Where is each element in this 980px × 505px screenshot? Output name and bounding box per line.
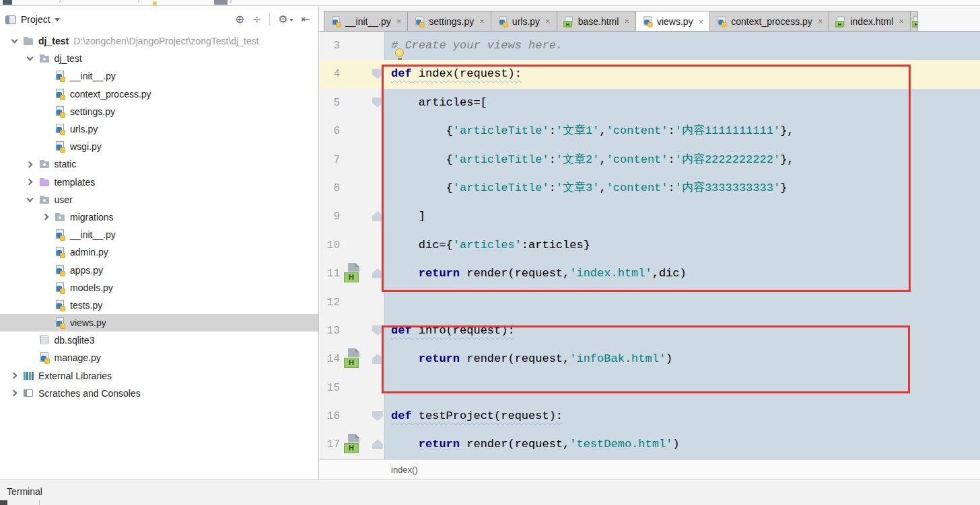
- templates-folder-icon: [39, 177, 50, 188]
- terminal-bar: Terminal: [0, 479, 980, 505]
- chevron-expanded-icon[interactable]: [27, 195, 34, 202]
- tree-item-static[interactable]: static: [0, 155, 318, 173]
- chevron-collapsed-icon[interactable]: [26, 161, 33, 167]
- related-template-gutter-icon[interactable]: H: [344, 434, 363, 455]
- code-line-8: 8 {'articleTitle':'文章3','content':'内容333…: [320, 174, 980, 202]
- tree-item-admin-py[interactable]: admin.py: [0, 243, 318, 261]
- editor[interactable]: 3# Create your views here.4def index(req…: [320, 32, 980, 459]
- tree-item--init-py[interactable]: __init__.py: [0, 67, 318, 85]
- project-tree[interactable]: dj_testD:\zongchen\DjangoProject\zongTes…: [0, 32, 318, 479]
- close-icon[interactable]: ×: [624, 17, 629, 26]
- locate-icon[interactable]: ⊕: [235, 14, 244, 25]
- chevron-collapsed-icon[interactable]: [10, 373, 17, 379]
- code-line-16: 16def testProject(request):: [320, 402, 980, 430]
- tree-item-dj-test[interactable]: dj_test: [0, 50, 318, 67]
- tree-item-scratches-and-consoles[interactable]: Scratches and Consoles: [0, 385, 318, 402]
- chevron-down-icon[interactable]: [55, 18, 60, 24]
- code-text: return render(request,'index.html',dic): [391, 260, 687, 288]
- chevron-collapsed-icon[interactable]: [42, 214, 48, 221]
- tree-item--init-py[interactable]: __init__.py: [0, 226, 318, 243]
- python-file-icon: [55, 89, 66, 100]
- related-template-gutter-icon[interactable]: H: [344, 263, 363, 284]
- editor-tab-index-html[interactable]: Hindex.html×: [829, 11, 910, 31]
- tree-item-urls-py[interactable]: urls.py: [0, 120, 318, 138]
- close-icon[interactable]: ×: [545, 17, 551, 26]
- tree-item-label: apps.py: [70, 265, 103, 276]
- settings-gear-icon[interactable]: ⚙: [278, 14, 293, 25]
- editor-tab-views-py[interactable]: views.py×: [635, 11, 710, 32]
- python-file-icon: [415, 16, 425, 26]
- tab-label: urls.py: [512, 16, 540, 27]
- scope-breadcrumb[interactable]: index(): [320, 459, 980, 479]
- fold-marker-icon[interactable]: [372, 211, 383, 221]
- close-icon[interactable]: ×: [899, 17, 904, 26]
- line-number: 14: [320, 345, 340, 373]
- hide-panel-icon[interactable]: ⇤: [302, 14, 310, 25]
- clipped-text: [214, 0, 228, 5]
- line-number: 12: [320, 288, 340, 317]
- fold-marker-icon[interactable]: [372, 98, 383, 108]
- tree-item-db-sqlite3[interactable]: db.sqlite3: [0, 332, 318, 349]
- tree-item-label: dj_test: [38, 36, 69, 46]
- page-icon: [348, 263, 359, 272]
- fold-marker-icon[interactable]: [372, 439, 383, 449]
- tree-item-context-process-py[interactable]: context_process.py: [0, 85, 318, 103]
- tree-item-migrations[interactable]: migrations: [0, 208, 318, 226]
- editor-tab-context-process-py[interactable]: context_process.py×: [709, 11, 829, 31]
- code-line-12: 12: [320, 288, 980, 317]
- code-line-9: 9 ]: [320, 202, 980, 231]
- tree-item-label: Scratches and Consoles: [38, 388, 141, 399]
- chevron-collapsed-icon[interactable]: [10, 390, 17, 397]
- close-icon[interactable]: ×: [699, 17, 704, 26]
- editor-tab-clipped[interactable]: H: [910, 11, 918, 31]
- fold-marker-icon[interactable]: [372, 354, 383, 364]
- editor-tab--init-py[interactable]: __init__.py×: [324, 11, 408, 31]
- main-split: Project ⊕ ÷ ⚙ ⇤ dj_testD:\zongchen\Djang…: [0, 7, 980, 479]
- editor-tab-base-html[interactable]: Hbase.html×: [557, 11, 636, 31]
- chevron-expanded-icon[interactable]: [27, 54, 34, 61]
- tree-item-wsgi-py[interactable]: wsgi.py: [0, 138, 318, 155]
- html-badge: H: [344, 272, 359, 282]
- close-icon[interactable]: ×: [479, 17, 485, 26]
- tree-item-tests-py[interactable]: tests.py: [0, 297, 318, 314]
- fold-marker-icon[interactable]: [372, 411, 383, 421]
- chevron-slot: [22, 162, 39, 167]
- close-icon[interactable]: ×: [818, 17, 823, 26]
- terminal-tool-window-button[interactable]: Terminal: [7, 486, 42, 497]
- line-number: 6: [320, 117, 340, 145]
- tree-item-user[interactable]: user: [0, 191, 318, 208]
- related-template-gutter-icon[interactable]: H: [344, 348, 363, 370]
- tree-item-templates[interactable]: templates: [0, 173, 318, 191]
- code-text: return render(request,'infoBak.html'): [391, 345, 672, 373]
- fold-marker-icon[interactable]: [372, 268, 383, 278]
- tree-item-label: static: [55, 159, 77, 169]
- tree-item-views-py[interactable]: views.py: [0, 314, 318, 332]
- close-icon[interactable]: ×: [396, 17, 402, 26]
- collapse-all-icon[interactable]: ÷: [252, 14, 261, 25]
- editor-tab-urls-py[interactable]: urls.py×: [491, 11, 557, 31]
- fold-marker-icon[interactable]: [372, 325, 383, 336]
- project-panel-title[interactable]: Project: [21, 14, 50, 25]
- code-text: def testProject(request):: [391, 402, 563, 430]
- tree-item-models-py[interactable]: models.py: [0, 279, 318, 297]
- line-number: 3: [320, 32, 340, 60]
- tree-item-apps-py[interactable]: apps.py: [0, 261, 318, 278]
- chevron-expanded-icon[interactable]: [11, 37, 18, 44]
- python-file-icon: [55, 265, 66, 276]
- tree-item-external-libraries[interactable]: External Libraries: [0, 367, 318, 385]
- tree-item-settings-py[interactable]: settings.py: [0, 103, 318, 120]
- python-file-icon: [55, 247, 66, 258]
- tree-item-manage-py[interactable]: manage.py: [0, 349, 318, 366]
- editor-tab-settings-py[interactable]: settings.py×: [407, 11, 491, 31]
- python-file-icon: [330, 16, 341, 26]
- tree-item-label: wsgi.py: [70, 141, 102, 152]
- fold-marker-icon[interactable]: [372, 69, 383, 79]
- python-file-icon: [55, 229, 66, 240]
- chevron-collapsed-icon[interactable]: [26, 179, 33, 186]
- gear-glyph: ⚙: [278, 14, 287, 25]
- folder-icon: [39, 159, 50, 169]
- python-file-icon: [642, 16, 653, 26]
- tree-item-dj-test[interactable]: dj_testD:\zongchen\DjangoProject\zongTes…: [0, 32, 318, 50]
- html-file-icon: H: [912, 16, 918, 26]
- code-line-13: 13def info(request):: [320, 317, 980, 345]
